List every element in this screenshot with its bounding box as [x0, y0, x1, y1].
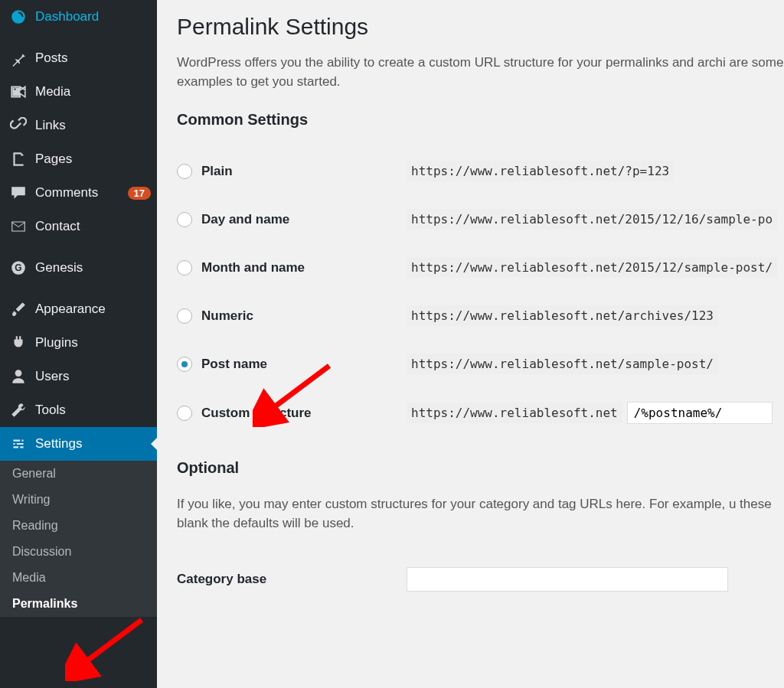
permalink-option-plain: Plain https://www.reliablesoft.net/?p=12… [177, 147, 784, 195]
plug-icon [9, 334, 28, 352]
radio-label: Numeric [201, 308, 253, 324]
optional-description: If you like, you may enter custom struct… [177, 495, 784, 533]
radio-label: Custom Structure [201, 406, 312, 421]
permalink-option-day-name: Day and name https://www.reliablesoft.ne… [177, 195, 784, 243]
radio-plain[interactable] [177, 164, 192, 179]
sidebar-item-settings[interactable]: Settings [0, 427, 157, 461]
sidebar-item-label: Media [35, 84, 151, 99]
submenu-item-media[interactable]: Media [0, 565, 157, 591]
settings-submenu: General Writing Reading Discussion Media… [0, 461, 157, 617]
optional-heading: Optional [177, 459, 784, 477]
sidebar-item-users[interactable]: Users [0, 360, 157, 393]
pin-icon [9, 49, 28, 67]
submenu-item-discussion[interactable]: Discussion [0, 539, 157, 565]
dashboard-icon [9, 8, 28, 26]
page-description: WordPress offers you the ability to crea… [177, 54, 784, 91]
category-base-row: Category base [177, 553, 784, 605]
sidebar-item-label: Tools [35, 403, 151, 418]
submenu-item-permalinks[interactable]: Permalinks [0, 591, 157, 617]
permalink-example: https://www.reliablesoft.net/2015/12/16/… [407, 209, 777, 230]
media-icon [9, 83, 28, 101]
sidebar-item-label: Appearance [35, 302, 151, 317]
admin-sidebar: Dashboard Posts Media Links Pages Commen… [0, 0, 157, 688]
page-icon [9, 150, 28, 168]
sidebar-item-label: Contact [35, 219, 151, 234]
category-base-label: Category base [177, 572, 407, 587]
sidebar-item-label: Posts [35, 51, 151, 66]
permalink-example: https://www.reliablesoft.net/sample-post… [407, 354, 718, 374]
permalink-option-post-name: Post name https://www.reliablesoft.net/s… [177, 340, 784, 388]
mail-icon [9, 217, 28, 236]
sidebar-item-posts[interactable]: Posts [0, 41, 157, 75]
link-icon [9, 116, 28, 135]
permalink-option-month-name: Month and name https://www.reliablesoft.… [177, 243, 784, 292]
sidebar-item-appearance[interactable]: Appearance [0, 292, 157, 326]
radio-label: Month and name [201, 260, 305, 276]
sidebar-item-plugins[interactable]: Plugins [0, 326, 157, 360]
radio-label: Day and name [201, 212, 289, 227]
submenu-item-reading[interactable]: Reading [0, 513, 157, 539]
sidebar-item-comments[interactable]: Comments 17 [0, 176, 157, 210]
permalink-example: https://www.reliablesoft.net/archives/12… [407, 305, 718, 326]
sidebar-item-dashboard[interactable]: Dashboard [0, 0, 157, 34]
sidebar-item-contact[interactable]: Contact [0, 210, 157, 243]
permalink-option-numeric: Numeric https://www.reliablesoft.net/arc… [177, 292, 784, 340]
settings-icon [9, 435, 28, 453]
user-icon [9, 367, 28, 386]
custom-structure-input[interactable] [627, 402, 773, 424]
comment-icon [9, 184, 28, 202]
radio-day-name[interactable] [177, 212, 192, 227]
sidebar-item-links[interactable]: Links [0, 109, 157, 142]
main-content: Permalink Settings WordPress offers you … [157, 0, 784, 688]
permalink-option-custom: Custom Structure https://www.reliablesof… [177, 388, 784, 438]
radio-label: Post name [201, 357, 267, 372]
common-settings-heading: Common Settings [177, 111, 784, 129]
sidebar-item-tools[interactable]: Tools [0, 393, 157, 427]
comments-badge: 17 [128, 187, 151, 200]
sidebar-item-label: Users [35, 369, 151, 384]
radio-numeric[interactable] [177, 308, 192, 324]
permalink-example: https://www.reliablesoft.net/2015/12/sam… [407, 257, 777, 278]
permalink-base-url: https://www.reliablesoft.net [407, 403, 622, 423]
submenu-item-general[interactable]: General [0, 461, 157, 487]
submenu-item-writing[interactable]: Writing [0, 487, 157, 513]
radio-post-name[interactable] [177, 357, 192, 372]
sidebar-item-label: Settings [35, 436, 151, 452]
sidebar-item-label: Links [35, 118, 151, 133]
svg-text:G: G [15, 262, 21, 273]
sidebar-item-label: Comments [35, 185, 123, 201]
sidebar-item-label: Plugins [35, 335, 151, 351]
brush-icon [9, 300, 28, 318]
radio-label: Plain [201, 164, 233, 179]
sidebar-item-label: Pages [35, 152, 151, 167]
sidebar-item-pages[interactable]: Pages [0, 142, 157, 176]
wrench-icon [9, 401, 28, 419]
page-title: Permalink Settings [177, 14, 784, 40]
sidebar-item-media[interactable]: Media [0, 75, 157, 109]
radio-month-name[interactable] [177, 260, 192, 276]
sidebar-item-label: Genesis [35, 260, 151, 276]
permalink-example: https://www.reliablesoft.net/?p=123 [407, 161, 674, 181]
category-base-input[interactable] [407, 567, 728, 592]
sidebar-item-label: Dashboard [35, 9, 151, 24]
radio-custom[interactable] [177, 406, 192, 421]
sidebar-item-genesis[interactable]: G Genesis [0, 251, 157, 285]
genesis-icon: G [9, 259, 28, 277]
